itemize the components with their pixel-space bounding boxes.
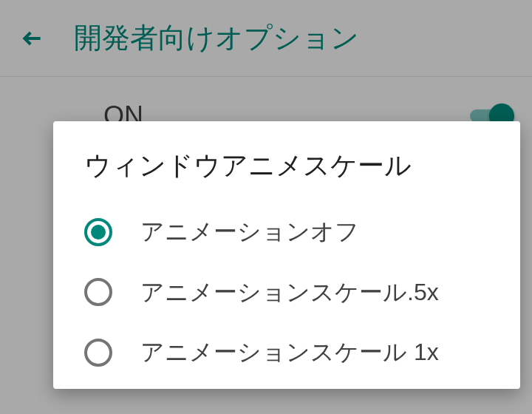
animation-scale-dialog: ウィンドウアニメスケール アニメーションオフ アニメーションスケール.5x アニ… [53,121,520,389]
radio-label: アニメーションスケール.5x [140,277,439,308]
radio-option-1x[interactable]: アニメーションスケール 1x [53,322,520,383]
radio-label: アニメーションオフ [140,217,359,248]
radio-button [84,339,112,367]
radio-option-0-5x[interactable]: アニメーションスケール.5x [53,262,520,323]
dialog-title: ウィンドウアニメスケール [53,121,520,202]
radio-label: アニメーションスケール 1x [140,337,439,368]
radio-button [84,218,112,246]
radio-option-off[interactable]: アニメーションオフ [53,202,520,262]
radio-button [84,278,112,306]
